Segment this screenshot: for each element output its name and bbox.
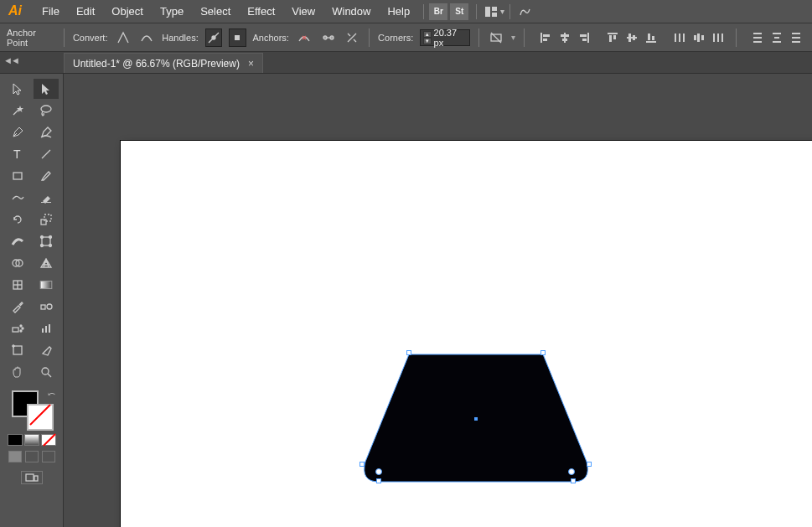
anchors-connect-button[interactable] [319,28,336,47]
stepper-icon[interactable]: ▴ ▾ [423,31,431,44]
stepper-up[interactable]: ▴ [423,31,431,38]
rectangle-tool[interactable] [5,166,30,186]
svg-rect-21 [608,33,618,34]
lasso-tool[interactable] [34,101,59,121]
isolate-button[interactable] [488,28,504,47]
artboard-tool[interactable] [5,340,30,360]
menu-edit[interactable]: Edit [68,2,103,21]
zoom-tool[interactable] [34,362,59,382]
svg-rect-46 [792,37,800,39]
document-tab-bar: ◄◄ Untitled-1* @ 66.67% (RGB/Preview) × [0,52,812,74]
color-mode-gradient[interactable] [24,434,39,446]
align-right-button[interactable] [575,28,593,47]
draw-behind-button[interactable] [25,451,39,462]
fill-stroke-swatches[interactable]: ⤺ [8,389,55,429]
close-icon[interactable]: × [248,58,254,70]
hand-tool[interactable] [5,362,30,382]
anchors-cut-button[interactable] [344,28,360,47]
stock-button[interactable]: St [450,3,468,20]
corner-radius-input[interactable]: ▴ ▾ 20.37 px [420,29,470,46]
distribute-bottom-button[interactable] [787,28,805,47]
color-mode-solid[interactable] [8,434,23,446]
mesh-tool[interactable] [5,275,30,295]
draw-normal-button[interactable] [8,451,22,462]
screen-mode-button[interactable] [21,471,43,484]
distribute-right-button[interactable] [709,28,727,47]
eyedropper-tool[interactable] [5,297,30,317]
align-vcenter-button[interactable] [623,28,641,47]
menu-window[interactable]: Window [323,2,379,21]
bridge-button[interactable]: Br [429,3,447,20]
gradient-tool[interactable] [34,275,59,295]
convert-corner-button[interactable] [114,28,131,47]
stepper-down[interactable]: ▾ [423,38,431,44]
menu-help[interactable]: Help [379,2,418,21]
perspective-grid-tool[interactable] [34,253,59,273]
handles-show-button[interactable] [205,28,222,47]
align-top-button[interactable] [603,28,622,47]
menu-object[interactable]: Object [103,2,152,21]
stroke-swatch[interactable] [27,404,54,431]
align-hcenter-button[interactable] [556,28,574,47]
selection-handle[interactable] [540,350,546,355]
align-left-button[interactable] [536,28,555,47]
svg-rect-55 [44,214,51,221]
selection-handle[interactable] [587,462,592,467]
selection-handle[interactable] [359,462,365,467]
canvas-area[interactable] [64,74,812,527]
distribute-hcenter-button[interactable] [690,28,708,47]
distribute-top-button[interactable] [748,28,767,47]
arrange-documents-button[interactable] [482,3,500,20]
distribute-left-button[interactable] [670,28,689,47]
convert-smooth-button[interactable] [138,28,155,47]
menu-file[interactable]: File [34,2,68,21]
distribute-vcenter-button[interactable] [768,28,786,47]
selected-shape[interactable] [362,353,590,485]
draw-inside-button[interactable] [42,451,55,462]
handles-hide-button[interactable] [229,28,246,47]
paintbrush-tool[interactable] [34,166,59,186]
chevron-down-icon[interactable]: ▾ [500,7,504,16]
document-tab[interactable]: Untitled-1* @ 66.67% (RGB/Preview) × [64,53,263,73]
chevron-down-icon[interactable]: ▾ [511,33,515,42]
blend-tool[interactable] [34,297,59,317]
corner-radius-handle[interactable] [568,468,575,475]
gpu-preview-button[interactable] [515,3,534,20]
menu-effect[interactable]: Effect [239,2,283,21]
menu-type[interactable]: Type [152,2,192,21]
color-mode-none[interactable] [41,434,56,446]
symbol-sprayer-tool[interactable] [5,318,30,338]
column-graph-tool[interactable] [34,318,59,338]
type-tool[interactable]: T [5,144,30,164]
shape-builder-tool[interactable] [5,253,30,273]
corner-radius-handle[interactable] [375,468,382,475]
panel-collapse-icon[interactable]: ◄◄ [3,55,18,65]
eraser-tool[interactable] [34,188,59,208]
slice-tool[interactable] [34,340,59,360]
swap-fill-stroke-icon[interactable]: ⤺ [48,389,55,400]
svg-rect-45 [792,33,800,34]
free-transform-tool[interactable] [34,231,59,251]
scale-tool[interactable] [34,209,59,230]
selection-handle[interactable] [571,478,576,483]
menu-select[interactable]: Select [192,2,239,21]
selection-handle[interactable] [406,350,411,355]
menu-view[interactable]: View [283,2,323,21]
divider [369,28,370,47]
line-segment-tool[interactable] [34,144,59,164]
selection-tool[interactable] [5,79,30,99]
magic-wand-tool[interactable] [5,101,30,121]
width-tool[interactable] [5,231,30,251]
anchors-label: Anchors: [253,33,289,43]
align-bottom-button[interactable] [642,28,660,47]
rotate-tool[interactable] [5,209,30,230]
selection-handle[interactable] [376,478,381,483]
anchors-remove-button[interactable] [296,28,313,47]
direct-selection-tool[interactable] [34,79,59,99]
pen-tool[interactable] [5,122,30,142]
shaper-tool[interactable] [5,188,30,208]
center-point-icon [474,417,478,421]
curvature-tool[interactable] [34,122,59,142]
svg-rect-18 [587,33,589,43]
svg-rect-32 [683,34,685,42]
